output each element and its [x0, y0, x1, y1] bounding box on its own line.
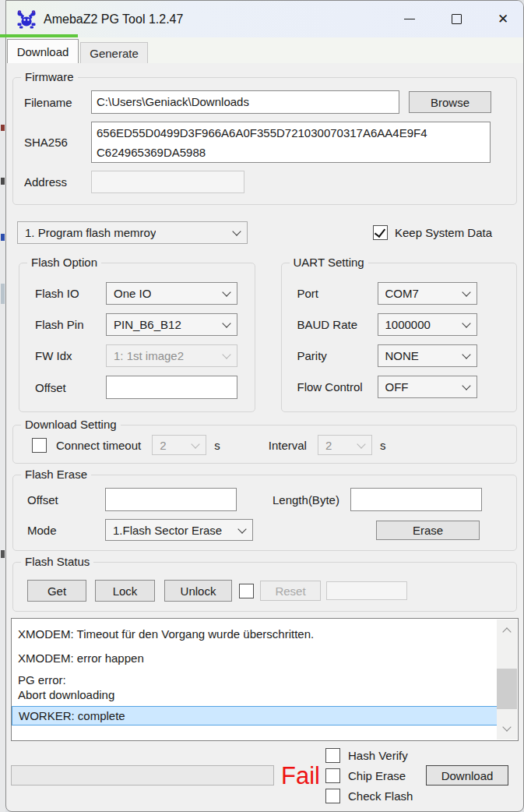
footer-checkboxes: Hash Verify Chip Erase Check Flash: [325, 748, 413, 803]
log-entry[interactable]: XMODEM: error happen: [12, 646, 496, 670]
keep-system-data-checkbox[interactable]: Keep System Data: [373, 225, 492, 240]
flow-control-value: OFF: [385, 380, 409, 394]
erase-button[interactable]: Erase: [376, 521, 480, 540]
scroll-up-icon[interactable]: [502, 627, 511, 636]
minimize-button[interactable]: [397, 8, 422, 31]
filename-input[interactable]: C:\Users\Geniack\Downloads \SmartTV8.0-v…: [91, 90, 399, 114]
erase-length-input[interactable]: [350, 488, 482, 511]
parity-value: NONE: [385, 349, 419, 362]
port-value: COM7: [385, 287, 419, 300]
log-entry-text: PG error:: [18, 673, 66, 687]
desktop-artifact: [1, 234, 5, 241]
footer-checkbox-box[interactable]: [325, 768, 340, 783]
flash-option-group-label: Flash Option: [27, 256, 101, 269]
fw-idx-select: 1: 1st image2: [106, 344, 237, 367]
firmware-group: Firmware Filename C:\Users\Geniack\Downl…: [12, 77, 517, 205]
fw-idx-value: 1: 1st image2: [114, 349, 184, 362]
connect-timeout-value: 2: [160, 439, 166, 452]
filename-value-line2-clipped: \SmartTV8.0-v10.0.45.bin: [97, 111, 394, 114]
chevron-down-icon: [462, 350, 470, 358]
log-entry[interactable]: WORKER: complete: [12, 706, 512, 726]
log-entry-text: Abort downloading: [18, 688, 114, 701]
download-setting-group-label: Download Setting: [21, 418, 121, 431]
download-button[interactable]: Download: [426, 765, 508, 786]
timeout-seconds-unit: s: [214, 439, 220, 452]
flash-pin-label: Flash Pin: [35, 318, 106, 331]
chevron-down-icon: [192, 440, 200, 448]
chevron-down-icon: [462, 381, 470, 390]
footer-checkbox[interactable]: Check Flash: [325, 789, 413, 803]
lock-button[interactable]: Lock: [95, 580, 155, 602]
desktop-artifact: [1, 125, 5, 131]
tab-generate[interactable]: Generate: [80, 42, 148, 63]
flash-status-value: [326, 581, 407, 600]
keep-system-data-checkbox-box[interactable]: [373, 225, 388, 240]
footer-checkbox[interactable]: Hash Verify: [325, 748, 413, 763]
parity-label: Parity: [297, 349, 378, 362]
flash-offset-input[interactable]: [106, 376, 237, 399]
log-scrollbar[interactable]: [497, 620, 517, 740]
connect-timeout-checkbox[interactable]: [32, 438, 47, 453]
browse-button[interactable]: Browse: [409, 91, 491, 113]
interval-label: Interval: [269, 439, 307, 452]
chevron-down-icon: [462, 319, 470, 327]
uart-setting-group: UART Setting Port COM7 BAUD Rate 1000000: [281, 263, 518, 412]
sha256-row: SHA256 656ED55D0499D3F966A6A0F355D721030…: [24, 122, 508, 163]
sha256-input[interactable]: 656ED55D0499D3F966A6A0F355D721030070317A…: [91, 122, 491, 163]
flash-pin-value: PIN_B6_B12: [114, 318, 181, 331]
footer-checkbox-label: Hash Verify: [348, 749, 408, 762]
desktop-artifact: [1, 550, 5, 558]
flash-erase-group: Flash Erase Offset Length(Byte) Mode 1.F…: [12, 475, 517, 551]
app-icon: [16, 9, 37, 30]
operation-select[interactable]: 1. Program flash memroy: [17, 221, 248, 244]
chevron-down-icon: [462, 288, 470, 296]
app-window: AmebaZ2 PG Tool 1.2.47 ✕ Download Genera…: [5, 0, 524, 812]
footer-checkbox[interactable]: Chip Erase: [325, 768, 413, 783]
erase-mode-value: 1.Flash Sector Erase: [113, 524, 222, 537]
log-entry-text: WORKER: complete: [19, 709, 125, 722]
erase-length-label: Length(Byte): [273, 493, 339, 507]
flash-erase-group-label: Flash Erase: [21, 468, 91, 481]
log-entry[interactable]: PG error:: [12, 670, 496, 687]
flow-control-select[interactable]: OFF: [378, 376, 477, 398]
log-entry-text: XMODEM: error happen: [18, 651, 144, 665]
footer-checkbox-label: Chip Erase: [348, 769, 406, 782]
tab-bar: Download Generate: [6, 37, 523, 63]
unlock-button[interactable]: Unlock: [164, 580, 232, 602]
footer-checkbox-box[interactable]: [325, 789, 340, 803]
baud-rate-select[interactable]: 1000000: [378, 313, 477, 336]
firmware-group-label: Firmware: [21, 70, 78, 83]
interval-seconds-unit: s: [380, 439, 386, 452]
progress-bar: [11, 765, 274, 786]
desktop-background-sliver: [0, 0, 5, 812]
window-title: AmebaZ2 PG Tool 1.2.47: [44, 12, 183, 26]
get-button[interactable]: Get: [27, 580, 86, 602]
desktop-artifact: [1, 178, 5, 185]
log-entry[interactable]: Abort downloading: [12, 687, 496, 704]
flash-status-group: Flash Status Get Lock Unlock Reset: [12, 562, 517, 612]
filename-row: Filename C:\Users\Geniack\Downloads \Sma…: [24, 90, 508, 114]
log-list[interactable]: XMODEM: Timeout für den Vorgang wurde üb…: [11, 618, 519, 741]
log-entry-text: XMODEM: Timeout für den Vorgang wurde üb…: [18, 627, 314, 641]
reset-checkbox[interactable]: [239, 584, 254, 598]
scrollbar-thumb[interactable]: [497, 669, 517, 709]
chevron-down-icon: [232, 227, 241, 235]
flash-io-label: Flash IO: [35, 287, 106, 300]
footer-checkbox-box[interactable]: [325, 748, 340, 763]
log-entry[interactable]: XMODEM: Timeout für den Vorgang wurde üb…: [12, 622, 496, 646]
erase-mode-select[interactable]: 1.Flash Sector Erase: [105, 519, 253, 541]
erase-offset-input[interactable]: [105, 488, 237, 511]
flash-io-select[interactable]: One IO: [106, 282, 237, 305]
scroll-down-icon[interactable]: [502, 722, 511, 731]
close-button[interactable]: ✕: [491, 8, 515, 31]
tab-download[interactable]: Download: [7, 39, 79, 63]
uart-setting-group-label: UART Setting: [290, 256, 368, 269]
footer: Fail Hash Verify Chip Erase Check Fl: [11, 741, 519, 810]
parity-select[interactable]: NONE: [378, 344, 477, 367]
erase-mode-label: Mode: [27, 524, 105, 537]
maximize-button[interactable]: [444, 8, 469, 31]
port-select[interactable]: COM7: [378, 282, 477, 305]
flash-offset-label: Offset: [35, 381, 106, 394]
flash-pin-select[interactable]: PIN_B6_B12: [106, 313, 237, 336]
chevron-down-icon: [237, 524, 246, 533]
